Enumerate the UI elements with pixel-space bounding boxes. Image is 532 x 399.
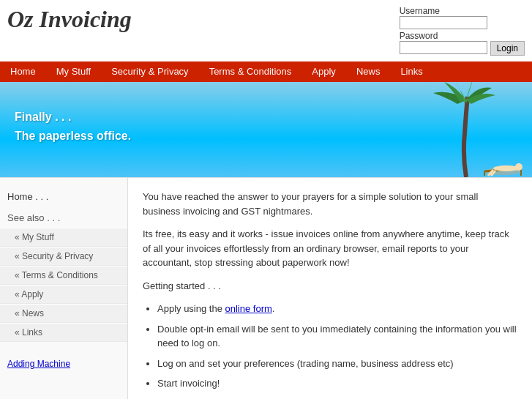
- hero-line2: The paperless office.: [15, 130, 131, 143]
- hero-line1: Finally . . .: [15, 111, 131, 124]
- content-body: Its free, its easy and it works - issue …: [143, 227, 517, 270]
- content-area: You have reached the answer to your pray…: [128, 178, 532, 399]
- nav-links[interactable]: Links: [390, 61, 432, 82]
- hero-image: [349, 82, 532, 177]
- logo: Oz Invoicing: [7, 6, 132, 33]
- bullet-4: Start invoicing!: [157, 376, 517, 391]
- bullet-1: Apply using the online form.: [157, 302, 517, 316]
- username-label: Username: [400, 6, 440, 16]
- nav-apply[interactable]: Apply: [301, 61, 346, 82]
- login-area: Username Password Login: [400, 6, 525, 56]
- bullet-2: Double opt-in email will be sent to you …: [157, 322, 517, 351]
- login-button[interactable]: Login: [490, 41, 525, 56]
- username-input[interactable]: [400, 16, 487, 29]
- nav-terms[interactable]: Terms & Conditions: [199, 61, 302, 82]
- sidebar-item-apply[interactable]: « Apply: [0, 285, 127, 304]
- nav-news[interactable]: News: [346, 61, 391, 82]
- adding-machine-link[interactable]: Adding Machine: [0, 353, 127, 375]
- header: Oz Invoicing Username Password Login: [0, 0, 532, 61]
- content-intro: You have reached the answer to your pray…: [143, 190, 517, 218]
- hero-banner: Finally . . . The paperless office.: [0, 82, 532, 177]
- hero-text: Finally . . . The paperless office.: [0, 96, 146, 163]
- password-label: Password: [400, 31, 487, 41]
- sidebar-item-links[interactable]: « Links: [0, 323, 127, 342]
- sidebar: Home . . . See also . . . « My Stuff « S…: [0, 178, 128, 399]
- bullet-3: Log on and set your preferences (trading…: [157, 357, 517, 371]
- nav-home[interactable]: Home: [0, 61, 46, 82]
- sidebar-item-security[interactable]: « Security & Privacy: [0, 247, 127, 266]
- main-content: Home . . . See also . . . « My Stuff « S…: [0, 177, 532, 399]
- getting-started-label: Getting started . . .: [143, 279, 517, 294]
- sidebar-home-link[interactable]: Home . . .: [0, 185, 127, 208]
- navbar: Home My Stuff Security & Privacy Terms &…: [0, 61, 532, 82]
- nav-security[interactable]: Security & Privacy: [101, 61, 198, 82]
- bullet1-prefix: Apply using the: [157, 303, 225, 314]
- sidebar-item-news[interactable]: « News: [0, 304, 127, 323]
- sidebar-item-mystuff[interactable]: « My Stuff: [0, 228, 127, 247]
- getting-started-list: Apply using the online form. Double opt-…: [157, 302, 517, 391]
- sidebar-item-terms[interactable]: « Terms & Conditions: [0, 266, 127, 285]
- sidebar-see-also-label: See also . . .: [0, 208, 127, 228]
- svg-point-5: [515, 163, 522, 171]
- nav-mystuff[interactable]: My Stuff: [46, 61, 101, 82]
- online-form-link[interactable]: online form: [225, 303, 272, 314]
- password-input[interactable]: [400, 41, 487, 54]
